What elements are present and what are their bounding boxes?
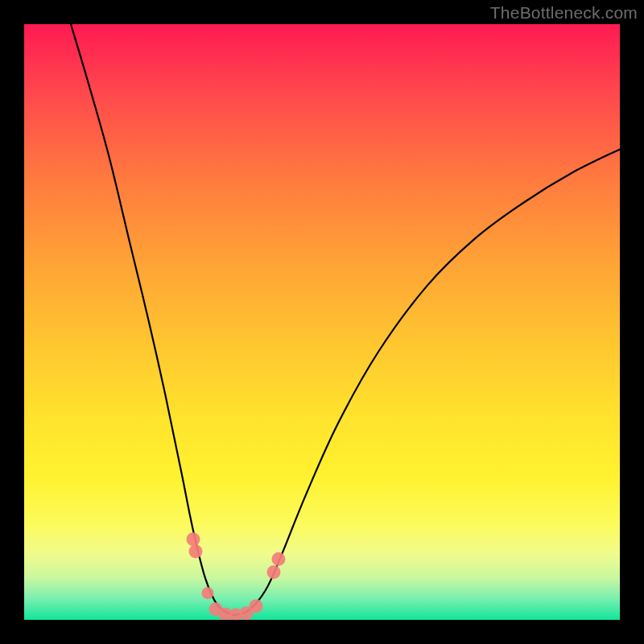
chart-stage: TheBottleneck.com [0,0,644,644]
trough-marker [202,587,214,599]
marker-layer [24,24,620,620]
plot-area [24,24,620,620]
trough-marker [267,565,281,579]
trough-marker [189,544,203,558]
trough-markers [187,533,286,620]
trough-marker [272,552,286,566]
trough-marker [187,533,200,547]
trough-marker [250,599,263,613]
watermark-text: TheBottleneck.com [490,3,638,23]
